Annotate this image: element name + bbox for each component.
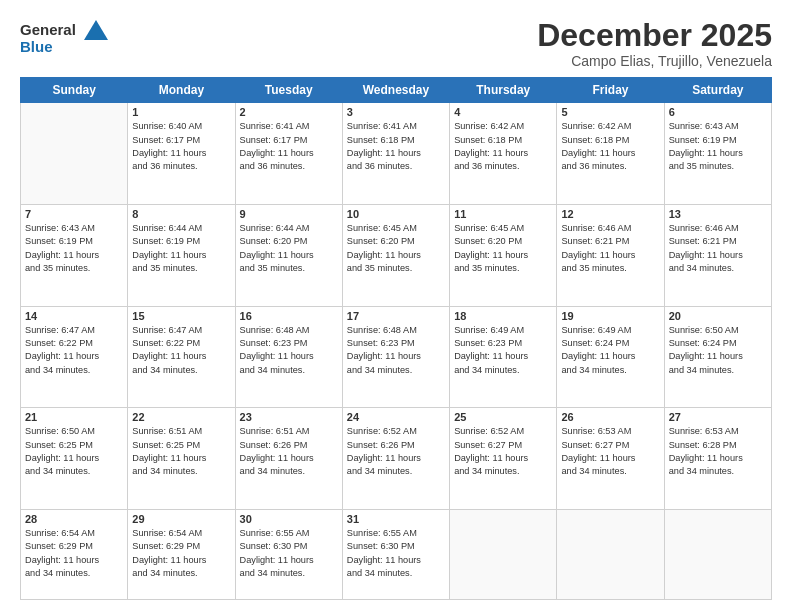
day-number: 5 [561,106,659,118]
info-line: Sunrise: 6:47 AM [132,325,202,335]
info-line: Sunrise: 6:49 AM [454,325,524,335]
info-line: Sunrise: 6:43 AM [25,223,95,233]
table-row: 5Sunrise: 6:42 AMSunset: 6:18 PMDaylight… [557,103,664,205]
info-line: Sunrise: 6:45 AM [454,223,524,233]
logo: General Blue [20,18,110,58]
info-line: Sunrise: 6:53 AM [669,426,739,436]
info-line: Daylight: 11 hours [132,555,206,565]
info-line: Daylight: 11 hours [347,555,421,565]
info-line: and 36 minutes. [561,161,626,171]
info-line: Sunrise: 6:50 AM [669,325,739,335]
info-line: Daylight: 11 hours [561,148,635,158]
info-line: and 36 minutes. [132,161,197,171]
cell-info: Sunrise: 6:43 AMSunset: 6:19 PMDaylight:… [669,120,767,173]
cell-info: Sunrise: 6:55 AMSunset: 6:30 PMDaylight:… [347,527,445,580]
day-number: 22 [132,411,230,423]
info-line: and 34 minutes. [25,466,90,476]
info-line: Daylight: 11 hours [240,453,314,463]
info-line: Daylight: 11 hours [454,250,528,260]
info-line: Sunset: 6:26 PM [240,440,308,450]
cell-info: Sunrise: 6:53 AMSunset: 6:28 PMDaylight:… [669,425,767,478]
info-line: and 35 minutes. [669,161,734,171]
day-number: 24 [347,411,445,423]
info-line: Daylight: 11 hours [132,351,206,361]
info-line: Sunrise: 6:43 AM [669,121,739,131]
info-line: and 34 minutes. [240,365,305,375]
info-line: Daylight: 11 hours [132,148,206,158]
cell-info: Sunrise: 6:43 AMSunset: 6:19 PMDaylight:… [25,222,123,275]
cell-info: Sunrise: 6:53 AMSunset: 6:27 PMDaylight:… [561,425,659,478]
table-row: 4Sunrise: 6:42 AMSunset: 6:18 PMDaylight… [450,103,557,205]
table-row: 24Sunrise: 6:52 AMSunset: 6:26 PMDayligh… [342,408,449,510]
info-line: Daylight: 11 hours [454,351,528,361]
day-number: 7 [25,208,123,220]
info-line: Daylight: 11 hours [669,148,743,158]
info-line: and 35 minutes. [25,263,90,273]
table-row: 1Sunrise: 6:40 AMSunset: 6:17 PMDaylight… [128,103,235,205]
info-line: Sunset: 6:28 PM [669,440,737,450]
title-block: December 2025 Campo Elias, Trujillo, Ven… [537,18,772,69]
info-line: Daylight: 11 hours [132,250,206,260]
cell-info: Sunrise: 6:51 AMSunset: 6:26 PMDaylight:… [240,425,338,478]
info-line: Daylight: 11 hours [669,453,743,463]
info-line: Sunrise: 6:47 AM [25,325,95,335]
info-line: Sunrise: 6:42 AM [561,121,631,131]
info-line: and 36 minutes. [454,161,519,171]
info-line: Sunset: 6:20 PM [454,236,522,246]
info-line: Daylight: 11 hours [347,351,421,361]
info-line: Sunset: 6:18 PM [454,135,522,145]
day-number: 6 [669,106,767,118]
table-row: 26Sunrise: 6:53 AMSunset: 6:27 PMDayligh… [557,408,664,510]
col-saturday: Saturday [664,78,771,103]
info-line: Daylight: 11 hours [240,148,314,158]
info-line: Sunset: 6:23 PM [240,338,308,348]
info-line: Sunset: 6:26 PM [347,440,415,450]
cell-info: Sunrise: 6:55 AMSunset: 6:30 PMDaylight:… [240,527,338,580]
info-line: and 34 minutes. [132,365,197,375]
calendar-header-row: Sunday Monday Tuesday Wednesday Thursday… [21,78,772,103]
info-line: and 34 minutes. [454,466,519,476]
col-tuesday: Tuesday [235,78,342,103]
info-line: Sunrise: 6:41 AM [347,121,417,131]
info-line: Daylight: 11 hours [347,250,421,260]
info-line: Sunrise: 6:49 AM [561,325,631,335]
cell-info: Sunrise: 6:50 AMSunset: 6:25 PMDaylight:… [25,425,123,478]
table-row: 12Sunrise: 6:46 AMSunset: 6:21 PMDayligh… [557,204,664,306]
info-line: and 35 minutes. [347,263,412,273]
info-line: Daylight: 11 hours [25,351,99,361]
info-line: Daylight: 11 hours [669,351,743,361]
info-line: Sunset: 6:22 PM [25,338,93,348]
info-line: and 34 minutes. [25,568,90,578]
info-line: Sunset: 6:24 PM [669,338,737,348]
table-row: 16Sunrise: 6:48 AMSunset: 6:23 PMDayligh… [235,306,342,408]
info-line: Daylight: 11 hours [25,250,99,260]
table-row: 19Sunrise: 6:49 AMSunset: 6:24 PMDayligh… [557,306,664,408]
info-line: and 34 minutes. [454,365,519,375]
table-row [557,509,664,599]
cell-info: Sunrise: 6:48 AMSunset: 6:23 PMDaylight:… [347,324,445,377]
table-row: 3Sunrise: 6:41 AMSunset: 6:18 PMDaylight… [342,103,449,205]
info-line: Daylight: 11 hours [561,250,635,260]
info-line: Sunrise: 6:44 AM [240,223,310,233]
info-line: Daylight: 11 hours [347,148,421,158]
col-monday: Monday [128,78,235,103]
info-line: Daylight: 11 hours [132,453,206,463]
cell-info: Sunrise: 6:52 AMSunset: 6:27 PMDaylight:… [454,425,552,478]
day-number: 19 [561,310,659,322]
table-row: 18Sunrise: 6:49 AMSunset: 6:23 PMDayligh… [450,306,557,408]
day-number: 12 [561,208,659,220]
info-line: Sunset: 6:19 PM [132,236,200,246]
table-row: 27Sunrise: 6:53 AMSunset: 6:28 PMDayligh… [664,408,771,510]
info-line: Sunrise: 6:51 AM [240,426,310,436]
info-line: Sunrise: 6:40 AM [132,121,202,131]
info-line: Daylight: 11 hours [25,555,99,565]
day-number: 2 [240,106,338,118]
info-line: and 34 minutes. [25,365,90,375]
day-number: 15 [132,310,230,322]
info-line: Sunset: 6:22 PM [132,338,200,348]
info-line: Sunset: 6:23 PM [454,338,522,348]
info-line: Sunrise: 6:48 AM [240,325,310,335]
info-line: Sunset: 6:19 PM [669,135,737,145]
location: Campo Elias, Trujillo, Venezuela [537,53,772,69]
table-row [664,509,771,599]
